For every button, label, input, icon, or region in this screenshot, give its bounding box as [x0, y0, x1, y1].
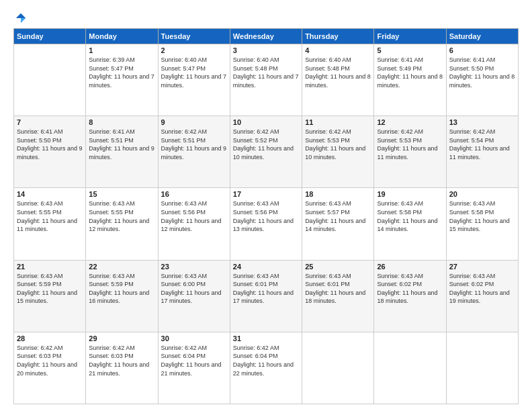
day-info: Sunrise: 6:39 AM Sunset: 5:47 PM Dayligh…: [89, 56, 154, 89]
day-info: Sunrise: 6:42 AM Sunset: 5:52 PM Dayligh…: [233, 128, 299, 161]
calendar-cell: [446, 332, 518, 404]
day-info: Sunrise: 6:42 AM Sunset: 5:54 PM Dayligh…: [449, 128, 515, 161]
day-info: Sunrise: 6:40 AM Sunset: 5:48 PM Dayligh…: [305, 56, 371, 89]
day-number: 13: [449, 118, 515, 126]
logo-text: [13, 12, 27, 24]
day-number: 3: [233, 46, 299, 54]
calendar-cell: 5Sunrise: 6:41 AM Sunset: 5:49 PM Daylig…: [374, 44, 446, 116]
day-number: 23: [161, 263, 227, 271]
week-row-3: 21Sunrise: 6:43 AM Sunset: 5:59 PM Dayli…: [14, 260, 519, 332]
col-header-sunday: Sunday: [14, 29, 86, 44]
day-number: 2: [161, 46, 227, 54]
week-row-0: 1Sunrise: 6:39 AM Sunset: 5:47 PM Daylig…: [14, 44, 519, 116]
day-info: Sunrise: 6:43 AM Sunset: 5:55 PM Dayligh…: [89, 199, 154, 233]
day-number: 6: [449, 46, 515, 54]
calendar-cell: 1Sunrise: 6:39 AM Sunset: 5:47 PM Daylig…: [86, 44, 158, 116]
day-number: 28: [17, 334, 83, 342]
day-info: Sunrise: 6:43 AM Sunset: 6:02 PM Dayligh…: [377, 272, 443, 306]
calendar-cell: 12Sunrise: 6:42 AM Sunset: 5:53 PM Dayli…: [374, 116, 446, 188]
svg-marker-0: [16, 13, 26, 18]
calendar-cell: 25Sunrise: 6:43 AM Sunset: 6:01 PM Dayli…: [302, 260, 374, 332]
day-number: 24: [233, 263, 299, 271]
day-number: 16: [161, 190, 227, 198]
calendar-cell: 30Sunrise: 6:42 AM Sunset: 6:04 PM Dayli…: [158, 332, 230, 404]
calendar-cell: [302, 332, 374, 404]
day-number: 4: [305, 46, 371, 54]
day-number: 11: [305, 118, 371, 126]
day-info: Sunrise: 6:40 AM Sunset: 5:47 PM Dayligh…: [161, 56, 227, 89]
calendar-cell: 17Sunrise: 6:43 AM Sunset: 5:56 PM Dayli…: [230, 188, 302, 260]
day-number: 21: [17, 263, 83, 271]
calendar-cell: [374, 332, 446, 404]
page: SundayMondayTuesdayWednesdayThursdayFrid…: [0, 0, 532, 411]
logo-icon: [15, 12, 27, 24]
calendar-cell: 20Sunrise: 6:43 AM Sunset: 5:58 PM Dayli…: [446, 188, 518, 260]
col-header-tuesday: Tuesday: [158, 29, 230, 44]
day-info: Sunrise: 6:42 AM Sunset: 6:03 PM Dayligh…: [17, 344, 83, 377]
day-number: 18: [305, 190, 371, 198]
calendar-cell: 31Sunrise: 6:42 AM Sunset: 6:04 PM Dayli…: [230, 332, 302, 404]
calendar-cell: 18Sunrise: 6:43 AM Sunset: 5:57 PM Dayli…: [302, 188, 374, 260]
day-info: Sunrise: 6:41 AM Sunset: 5:50 PM Dayligh…: [17, 128, 83, 161]
calendar-cell: 4Sunrise: 6:40 AM Sunset: 5:48 PM Daylig…: [302, 44, 374, 116]
day-number: 12: [377, 118, 443, 126]
day-info: Sunrise: 6:43 AM Sunset: 6:01 PM Dayligh…: [233, 272, 299, 306]
day-number: 19: [377, 190, 443, 198]
day-number: 30: [161, 334, 227, 342]
day-number: 14: [17, 190, 83, 198]
day-info: Sunrise: 6:42 AM Sunset: 6:03 PM Dayligh…: [89, 344, 154, 377]
col-header-thursday: Thursday: [302, 29, 374, 44]
header: [13, 12, 519, 23]
day-number: 20: [449, 190, 515, 198]
day-info: Sunrise: 6:41 AM Sunset: 5:51 PM Dayligh…: [89, 128, 154, 161]
day-info: Sunrise: 6:43 AM Sunset: 5:56 PM Dayligh…: [233, 199, 299, 233]
day-info: Sunrise: 6:43 AM Sunset: 5:58 PM Dayligh…: [377, 199, 443, 233]
day-info: Sunrise: 6:41 AM Sunset: 5:49 PM Dayligh…: [377, 56, 443, 89]
day-number: 31: [233, 334, 299, 342]
calendar-cell: 7Sunrise: 6:41 AM Sunset: 5:50 PM Daylig…: [14, 116, 86, 188]
col-header-wednesday: Wednesday: [230, 29, 302, 44]
day-info: Sunrise: 6:42 AM Sunset: 5:51 PM Dayligh…: [161, 128, 227, 161]
calendar-cell: 3Sunrise: 6:40 AM Sunset: 5:48 PM Daylig…: [230, 44, 302, 116]
day-info: Sunrise: 6:43 AM Sunset: 5:59 PM Dayligh…: [89, 272, 154, 306]
day-info: Sunrise: 6:43 AM Sunset: 6:00 PM Dayligh…: [161, 272, 227, 306]
day-number: 1: [89, 46, 154, 54]
logo: [13, 12, 27, 23]
day-info: Sunrise: 6:42 AM Sunset: 5:53 PM Dayligh…: [377, 128, 443, 161]
day-info: Sunrise: 6:42 AM Sunset: 5:53 PM Dayligh…: [305, 128, 371, 161]
day-number: 27: [449, 263, 515, 271]
day-info: Sunrise: 6:41 AM Sunset: 5:50 PM Dayligh…: [449, 56, 515, 89]
day-number: 17: [233, 190, 299, 198]
calendar-cell: 14Sunrise: 6:43 AM Sunset: 5:55 PM Dayli…: [14, 188, 86, 260]
day-number: 10: [233, 118, 299, 126]
calendar-cell: 24Sunrise: 6:43 AM Sunset: 6:01 PM Dayli…: [230, 260, 302, 332]
col-header-monday: Monday: [86, 29, 158, 44]
week-row-2: 14Sunrise: 6:43 AM Sunset: 5:55 PM Dayli…: [14, 188, 519, 260]
day-info: Sunrise: 6:42 AM Sunset: 6:04 PM Dayligh…: [233, 344, 299, 377]
day-info: Sunrise: 6:40 AM Sunset: 5:48 PM Dayligh…: [233, 56, 299, 89]
calendar-cell: 15Sunrise: 6:43 AM Sunset: 5:55 PM Dayli…: [86, 188, 158, 260]
day-info: Sunrise: 6:43 AM Sunset: 5:58 PM Dayligh…: [449, 199, 515, 233]
day-number: 29: [89, 334, 154, 342]
week-row-1: 7Sunrise: 6:41 AM Sunset: 5:50 PM Daylig…: [14, 116, 519, 188]
calendar-cell: 11Sunrise: 6:42 AM Sunset: 5:53 PM Dayli…: [302, 116, 374, 188]
calendar-cell: 16Sunrise: 6:43 AM Sunset: 5:56 PM Dayli…: [158, 188, 230, 260]
calendar-cell: 13Sunrise: 6:42 AM Sunset: 5:54 PM Dayli…: [446, 116, 518, 188]
calendar-cell: 22Sunrise: 6:43 AM Sunset: 5:59 PM Dayli…: [86, 260, 158, 332]
calendar-cell: [14, 44, 86, 116]
calendar-cell: 27Sunrise: 6:43 AM Sunset: 6:02 PM Dayli…: [446, 260, 518, 332]
calendar-cell: 8Sunrise: 6:41 AM Sunset: 5:51 PM Daylig…: [86, 116, 158, 188]
calendar-cell: 28Sunrise: 6:42 AM Sunset: 6:03 PM Dayli…: [14, 332, 86, 404]
day-info: Sunrise: 6:43 AM Sunset: 5:55 PM Dayligh…: [17, 199, 83, 233]
day-info: Sunrise: 6:43 AM Sunset: 6:02 PM Dayligh…: [449, 272, 515, 306]
calendar-cell: 6Sunrise: 6:41 AM Sunset: 5:50 PM Daylig…: [446, 44, 518, 116]
calendar-cell: 26Sunrise: 6:43 AM Sunset: 6:02 PM Dayli…: [374, 260, 446, 332]
day-info: Sunrise: 6:43 AM Sunset: 5:59 PM Dayligh…: [17, 272, 83, 306]
day-number: 25: [305, 263, 371, 271]
calendar-cell: 10Sunrise: 6:42 AM Sunset: 5:52 PM Dayli…: [230, 116, 302, 188]
day-number: 8: [89, 118, 154, 126]
calendar-cell: 2Sunrise: 6:40 AM Sunset: 5:47 PM Daylig…: [158, 44, 230, 116]
col-header-saturday: Saturday: [446, 29, 518, 44]
day-info: Sunrise: 6:43 AM Sunset: 5:57 PM Dayligh…: [305, 199, 371, 233]
calendar-cell: 29Sunrise: 6:42 AM Sunset: 6:03 PM Dayli…: [86, 332, 158, 404]
